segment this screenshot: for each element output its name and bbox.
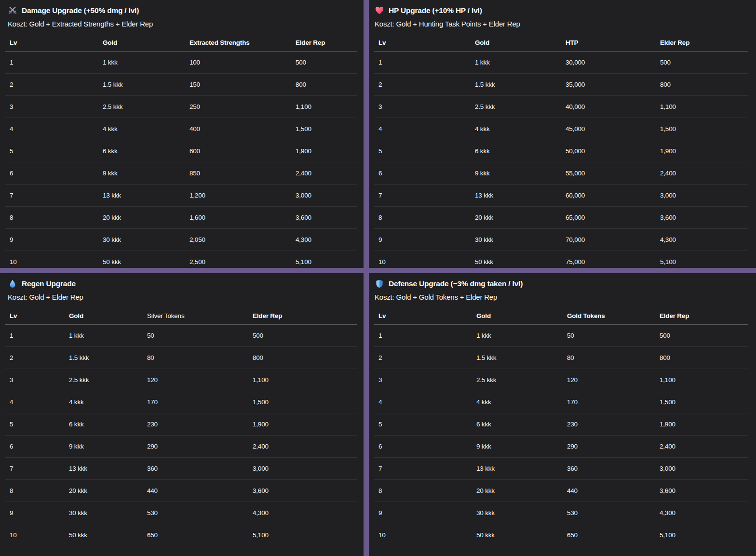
table-cell: 2,400 [296,170,357,177]
table-body: 11 kkk10050021.5 kkk15080032.5 kkk2501,1… [5,52,357,268]
table-cell: 500 [660,332,748,339]
column-header-elder-rep: Elder Rep [253,312,357,319]
table-cell: 4 [378,398,476,406]
table-header-row: Lv Gold Extracted Strengths Elder Rep [5,35,357,52]
table-cell: 80 [567,354,660,361]
table-cell: 1,500 [296,125,357,132]
table-cell: 30 kkk [103,236,189,243]
section-subtitle: Koszt: Gold + Elder Rep [0,291,364,303]
table-cell: 5,100 [253,531,357,539]
table-cell: 3,600 [660,487,748,494]
table-cell: 7 [378,465,476,472]
column-header-lv: Lv [10,312,69,319]
table-cell: 360 [147,465,253,472]
table-cell: 1,900 [296,147,357,155]
table-row: 11 kkk50500 [5,325,357,347]
table-cell: 500 [253,332,357,339]
table-cell: 2 [10,354,69,361]
column-header-elder-rep: Elder Rep [296,39,357,46]
column-header-gold: Gold [476,312,567,319]
table-cell: 6 kkk [475,147,566,155]
table-row: 1050 kkk6505,100 [374,524,748,546]
table-cell: 800 [660,354,748,361]
section-title-row: Defense Upgrade (−3% dmg taken / lvl) [369,273,756,290]
table-cell: 3 [378,103,475,110]
table-cell: 800 [253,354,357,361]
table-cell: 13 kkk [476,465,567,472]
table-row: 820 kkk65,0003,600 [374,207,748,229]
table-cell: 530 [567,509,660,516]
table-row: 69 kkk55,0002,400 [374,162,748,185]
section-title: Regen Upgrade [22,278,76,290]
table-row: 69 kkk8502,400 [5,162,357,185]
table-cell: 4 kkk [69,398,147,406]
table-cell: 2,400 [660,170,748,177]
table-cell: 2,500 [189,258,296,265]
table-cell: 1.5 kkk [476,354,567,361]
table-cell: 100 [189,59,296,66]
table-cell: 7 [10,192,103,199]
heart-icon [375,6,384,15]
table-row: 713 kkk3603,000 [5,458,357,480]
table-cell: 1,500 [660,398,748,406]
table-cell: 6 kkk [476,421,567,428]
droplet-icon [8,279,17,289]
table-cell: 1 kkk [475,59,566,66]
table-header-row: Lv Gold Silver Tokens Elder Rep [5,308,357,325]
table-cell: 9 kkk [69,443,147,450]
table-cell: 5,100 [296,258,357,265]
table-cell: 9 kkk [476,443,567,450]
table-cell: 13 kkk [103,192,189,199]
table-cell: 9 kkk [103,170,189,177]
table-cell: 13 kkk [69,465,147,472]
regen-upgrade-section: Regen Upgrade Koszt: Gold + Elder Rep Lv… [0,273,364,556]
table-cell: 440 [567,487,660,494]
table-cell: 530 [147,509,253,516]
table-cell: 1,200 [189,192,296,199]
column-header-lv: Lv [378,39,475,46]
table-row: 1050 kkk2,5005,100 [5,251,357,268]
table-cell: 440 [147,487,253,494]
table-cell: 50 [147,332,253,339]
table-row: 44 kkk4001,500 [5,118,357,140]
table-cell: 4 kkk [476,398,567,406]
table-row: 56 kkk50,0001,900 [374,140,748,162]
table-cell: 1,600 [189,214,296,221]
vertical-divider [364,0,369,556]
table-cell: 30,000 [566,59,660,66]
table-cell: 10 [10,531,69,539]
table-cell: 2 [378,354,476,361]
horizontal-divider [0,268,756,273]
table-row: 32.5 kkk2501,100 [5,96,357,118]
table-cell: 5 [10,147,103,155]
table-cell: 13 kkk [475,192,566,199]
table-cell: 2,400 [253,443,357,450]
table-cell: 20 kkk [69,487,147,494]
table-cell: 2 [10,81,103,88]
table-cell: 30 kkk [476,509,567,516]
defense-table: Lv Gold Gold Tokens Elder Rep 11 kkk5050… [374,308,748,556]
table-header-row: Lv Gold Gold Tokens Elder Rep [374,308,748,325]
section-subtitle: Koszt: Gold + Gold Tokens + Elder Rep [369,291,756,303]
table-cell: 3 [10,103,103,110]
table-cell: 50 [567,332,660,339]
table-row: 21.5 kkk80800 [5,347,357,369]
table-cell: 8 [378,487,476,494]
table-cell: 10 [378,258,475,265]
table-cell: 1,500 [253,398,357,406]
table-row: 11 kkk30,000500 [374,52,748,74]
table-cell: 500 [660,59,748,66]
table-cell: 360 [567,465,660,472]
table-cell: 9 [10,509,69,516]
table-bottom-line [5,546,357,556]
table-cell: 3,600 [253,487,357,494]
table-cell: 3 [378,376,476,384]
table-cell: 1.5 kkk [103,81,189,88]
table-cell: 65,000 [566,214,660,221]
table-cell: 1 kkk [103,59,189,66]
table-row: 1050 kkk75,0005,100 [374,251,748,268]
table-cell: 230 [567,421,660,428]
table-cell: 120 [567,376,660,384]
table-row: 32.5 kkk1201,100 [374,369,748,391]
table-bottom-line [374,546,748,556]
